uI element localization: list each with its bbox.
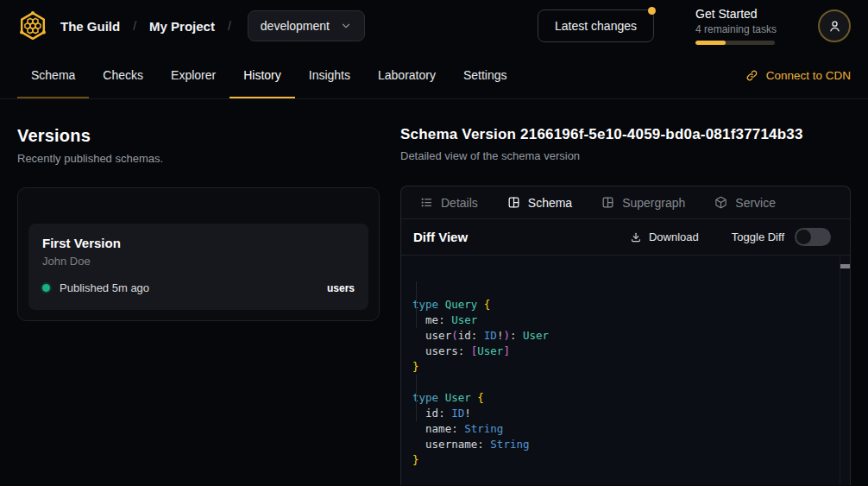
- tab-insights[interactable]: Insights: [295, 52, 364, 98]
- toggle-diff-switch[interactable]: [795, 228, 831, 246]
- tab-explorer[interactable]: Explorer: [157, 52, 230, 98]
- download-icon: [630, 231, 642, 243]
- switch-knob: [796, 230, 811, 244]
- detail-tab-details[interactable]: Details: [420, 196, 478, 210]
- schema-version-detail: Schema Version 2166196f-5e10-4059-bd0a-0…: [400, 99, 851, 485]
- download-button[interactable]: Download: [630, 230, 699, 243]
- versions-list-card: First Version John Doe Published 5m ago …: [17, 187, 380, 321]
- detail-tab-service[interactable]: Service: [714, 196, 776, 210]
- breadcrumb-org[interactable]: The Guild: [60, 19, 120, 34]
- main-content: Versions Recently published schemas. Fir…: [0, 99, 868, 485]
- tab-underline: [157, 97, 230, 98]
- chevron-down-icon: [340, 20, 352, 32]
- detail-tab-label: Supergraph: [622, 196, 685, 210]
- notification-dot: [648, 7, 656, 15]
- scrollbar-track: [840, 256, 840, 485]
- detail-tabbar: Details Schema Supergraph: [401, 186, 850, 219]
- schema-version-subtitle: Detailed view of the schema version: [400, 149, 851, 162]
- version-name: First Version: [42, 236, 355, 250]
- connect-to-cdn-link[interactable]: Connect to CDN: [745, 52, 851, 98]
- tab-underline: [17, 97, 89, 98]
- scrollbar-thumb[interactable]: [840, 264, 850, 268]
- service-tag: users: [327, 282, 355, 294]
- toggle-diff-label: Toggle Diff: [732, 230, 784, 243]
- hive-logo-icon[interactable]: [17, 10, 48, 41]
- detail-tab-label: Schema: [528, 196, 572, 210]
- tab-label: Explorer: [171, 68, 216, 82]
- list-icon: [420, 196, 433, 209]
- tab-label: Checks: [103, 68, 143, 82]
- target-dropdown[interactable]: development: [248, 10, 365, 41]
- tab-history[interactable]: History: [230, 52, 295, 98]
- latest-changes-button[interactable]: Latest changes: [538, 9, 654, 42]
- schema-code-viewer[interactable]: type Query { me: User user(id: ID!): Use…: [401, 256, 850, 485]
- tab-label: History: [243, 68, 281, 82]
- tab-label: Insights: [309, 68, 350, 82]
- latest-changes-label: Latest changes: [555, 19, 637, 33]
- get-started-subtitle: 4 remaining tasks: [695, 23, 775, 35]
- download-label: Download: [649, 230, 699, 243]
- schema-detail-card: Details Schema Supergraph: [400, 186, 851, 485]
- cube-icon: [714, 196, 727, 209]
- version-author: John Doe: [42, 255, 355, 268]
- get-started-progressbar: [695, 41, 775, 45]
- tab-label: Laboratory: [378, 68, 436, 82]
- diff-view-title: Diff View: [413, 230, 468, 244]
- versions-panel: Versions Recently published schemas. Fir…: [17, 99, 380, 485]
- get-started-widget[interactable]: Get Started 4 remaining tasks: [695, 7, 775, 45]
- tab-underline: [295, 97, 364, 98]
- breadcrumb: The Guild / My Project /: [60, 19, 244, 34]
- tab-underline: [364, 97, 450, 98]
- breadcrumb-project[interactable]: My Project: [149, 19, 215, 34]
- toggle-diff-group: Toggle Diff: [732, 228, 831, 246]
- app-header: The Guild / My Project / development Lat…: [0, 0, 868, 52]
- indent-guide: [416, 281, 417, 328]
- tab-schema[interactable]: Schema: [17, 52, 89, 98]
- version-meta-row: Published 5m ago users: [42, 281, 355, 294]
- tab-underline: [230, 97, 295, 98]
- tab-settings[interactable]: Settings: [450, 52, 521, 98]
- schema-version-title: Schema Version 2166196f-5e10-4059-bd0a-0…: [400, 126, 851, 143]
- breadcrumb-separator: /: [228, 19, 231, 33]
- get-started-progress-fill: [695, 41, 726, 45]
- breadcrumb-separator: /: [133, 19, 136, 33]
- detail-tab-schema[interactable]: Schema: [507, 196, 572, 210]
- target-dropdown-value: development: [261, 19, 330, 33]
- columns-layout-icon: [601, 196, 614, 209]
- version-status: Published 5m ago: [60, 281, 149, 294]
- published-status-dot: [42, 284, 50, 292]
- indent-guide: [416, 375, 417, 421]
- detail-tab-label: Service: [735, 196, 776, 210]
- version-list-item[interactable]: First Version John Doe Published 5m ago …: [28, 224, 368, 310]
- detail-tab-supergraph[interactable]: Supergraph: [601, 196, 685, 210]
- versions-subtitle: Recently published schemas.: [17, 152, 380, 165]
- diff-toolbar: Diff View Download Toggle Diff: [401, 219, 850, 256]
- user-avatar[interactable]: [818, 9, 851, 42]
- tab-label: Schema: [31, 68, 75, 82]
- tab-laboratory[interactable]: Laboratory: [364, 52, 450, 98]
- detail-tab-label: Details: [441, 196, 478, 210]
- connect-to-cdn-label: Connect to CDN: [766, 69, 851, 82]
- tab-underline: [450, 97, 521, 98]
- columns-layout-icon: [507, 196, 520, 209]
- primary-nav: Schema Checks Explorer History Insights …: [0, 52, 868, 99]
- person-icon: [827, 19, 842, 34]
- get-started-title: Get Started: [695, 7, 775, 21]
- tab-label: Settings: [463, 68, 507, 82]
- versions-title: Versions: [17, 126, 380, 146]
- tab-checks[interactable]: Checks: [89, 52, 157, 98]
- tab-underline: [89, 97, 157, 98]
- code-content: type Query { me: User user(id: ID!): Use…: [412, 297, 829, 468]
- link-icon: [745, 69, 758, 82]
